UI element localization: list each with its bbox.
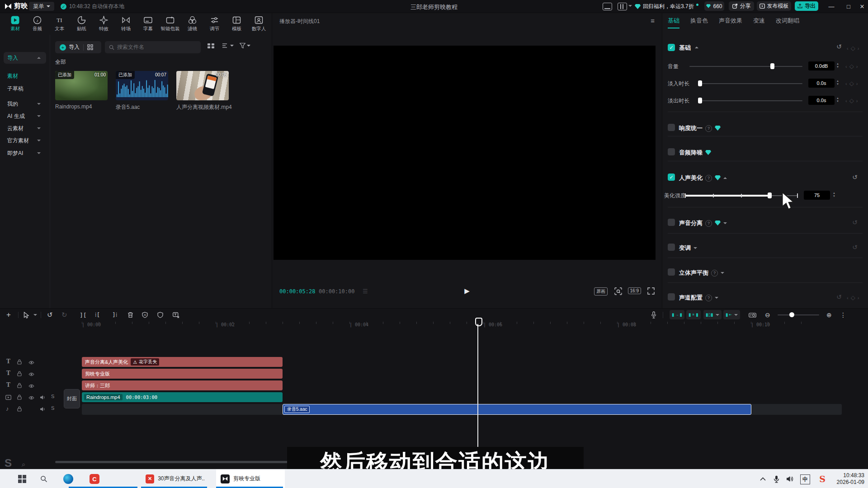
zoom-in-icon[interactable]: ⊕ (826, 310, 832, 319)
auto-snap-toggle[interactable]: ▮✳▮ (686, 310, 701, 319)
value-box[interactable]: 0.0s (808, 79, 835, 88)
promo-banner[interactable]: 回归福利，幸运3.7折 (635, 3, 698, 10)
timeline-zoom-slider[interactable] (778, 314, 819, 315)
credits-pill[interactable]: 660 (704, 1, 724, 11)
reset-icon[interactable]: ↺ (852, 219, 858, 226)
voice-beautify-row[interactable]: 人声美化? (679, 174, 727, 182)
smart-shield-ai-icon[interactable]: AI (142, 310, 148, 319)
loudness-row[interactable]: 响度统一? (679, 124, 721, 132)
audio-clip-5[interactable]: 录音5.aac (283, 404, 751, 415)
taskbar-window-2[interactable]: 剪映专业版 (216, 469, 285, 488)
inspector-tab-5[interactable]: 改词翻唱 (776, 17, 799, 28)
tab-adjust[interactable]: 调节 (203, 16, 226, 35)
inspector-tab-4[interactable]: 变速 (753, 17, 765, 28)
quality-badge[interactable]: 原画 (594, 287, 608, 296)
playhead-handle[interactable] (475, 318, 482, 326)
slider-handle[interactable] (698, 98, 702, 103)
tab-captions[interactable]: 字幕 (137, 16, 159, 35)
sidebar-item-subdraft[interactable]: 子草稿 (4, 83, 46, 94)
undo-icon[interactable]: ↺ (47, 310, 53, 319)
inspector-tab-1[interactable]: 基础 (668, 17, 679, 28)
sidebar-item-mine[interactable]: 我的 (4, 98, 46, 110)
delete-right-icon[interactable]: ]⁞ (112, 310, 117, 319)
link-toggle[interactable]: ▮▯▮ (703, 310, 722, 319)
slider-track[interactable] (700, 83, 802, 84)
delete-icon[interactable] (127, 310, 133, 319)
voice-separate-row[interactable]: 声音分离? (679, 219, 727, 227)
video-clip-4[interactable]: Raindrops.mp400:00:03:00 (82, 392, 283, 402)
tray-speaker-icon[interactable] (786, 469, 794, 488)
lock-icon[interactable] (17, 405, 22, 413)
sidebar-item-jimeng[interactable]: 即梦AI (4, 147, 46, 159)
cursor-caret-icon[interactable] (33, 310, 37, 319)
beautify-value-box[interactable]: 75 (804, 191, 830, 200)
taskbar-window-1[interactable]: ✕30声音分离及人声... (141, 469, 209, 488)
value-box[interactable]: 0.0s (808, 96, 835, 105)
tab-effects[interactable]: 特效 (93, 16, 115, 35)
share-button[interactable]: 分享 (729, 1, 754, 11)
slider-handle[interactable] (770, 63, 774, 69)
lock-icon[interactable] (17, 382, 22, 390)
taskbar-clock[interactable]: 10:48:33 2026-01-09 (837, 472, 864, 486)
value-box[interactable]: 0.0dB (808, 61, 835, 70)
all-filter-label[interactable]: 全部 (55, 58, 66, 66)
cover-button[interactable]: 封面 (64, 389, 80, 408)
reset-icon[interactable]: ↺ (836, 43, 842, 50)
inspector-tab-3[interactable]: 声音效果 (719, 17, 742, 28)
stepper-control[interactable]: ▲▼ (836, 97, 839, 103)
sort-icon[interactable] (222, 43, 234, 48)
timeline-ruler[interactable] (82, 322, 805, 324)
fullscreen-icon[interactable] (647, 287, 655, 295)
reset-icon[interactable]: ↺ (852, 244, 858, 251)
add-icon[interactable]: + (6, 310, 11, 319)
sogou-input-icon[interactable]: S (819, 469, 826, 488)
collapse-caret-icon[interactable] (695, 47, 698, 48)
chevron-down-icon[interactable] (693, 247, 697, 249)
panel-layout-icon[interactable] (618, 3, 627, 10)
sidebar-item-ai-generate[interactable]: AI 生成 (4, 110, 46, 122)
voice-separate-checkbox[interactable] (668, 219, 675, 226)
keyframe-controls[interactable]: ‹◇› (845, 97, 858, 104)
tab-avatar[interactable]: 数字人 (248, 16, 270, 35)
tray-chevron-icon[interactable] (760, 469, 766, 488)
tab-audio[interactable]: ♪音频 (26, 16, 48, 35)
filter-icon[interactable] (240, 43, 250, 48)
search-input[interactable]: 搜索文件名 (105, 41, 201, 53)
pitch-row[interactable]: 变调 (679, 244, 697, 252)
preview-split-toggle[interactable]: ▮⇤ (723, 310, 740, 319)
grid-view-icon[interactable] (208, 43, 214, 49)
beautify-stepper[interactable]: ▲▼ (833, 192, 835, 197)
snap-toggle[interactable]: ▮→▮ (670, 310, 684, 319)
media-card-3[interactable]: 00:05 (176, 71, 229, 100)
tab-smartpack[interactable]: 智能包装 (159, 16, 181, 35)
stereo-balance-checkbox[interactable] (668, 268, 675, 276)
slider-track[interactable] (689, 66, 802, 67)
pitch-checkbox[interactable] (668, 244, 675, 251)
channel-config-row[interactable]: 声道配置? (679, 294, 718, 302)
text-clip-2[interactable]: 剪映专业版 (82, 369, 283, 379)
media-card-2[interactable]: 已添加00:07 (116, 71, 168, 100)
keyframe-controls[interactable]: ‹◇› (847, 45, 859, 52)
import-grid-icon[interactable] (87, 44, 93, 50)
reset-icon[interactable]: ↺ (852, 174, 858, 181)
keyframe-controls[interactable]: ‹◇› (845, 80, 858, 87)
beautify-slider-track[interactable] (685, 195, 797, 196)
eye-icon[interactable] (28, 394, 34, 402)
stereo-balance-row[interactable]: 立体声平衡? (679, 269, 724, 277)
export-button[interactable]: 导出 (795, 1, 818, 11)
video-preview[interactable] (274, 46, 656, 260)
solo-badge[interactable]: S (51, 405, 54, 411)
taskbar-search-icon[interactable] (38, 473, 50, 485)
tray-mic-icon[interactable] (774, 469, 779, 488)
tab-media[interactable]: 素材 (4, 16, 26, 35)
text-clip-3[interactable]: 讲师：三郎 (82, 380, 283, 390)
publish-template-button[interactable]: 发布模板 (757, 1, 791, 11)
keyframe-controls[interactable]: ‹◇› (847, 294, 859, 301)
zoom-slider-handle[interactable] (789, 312, 794, 317)
beautify-slider-handle[interactable] (768, 192, 772, 198)
denoise-row[interactable]: 音频降噪 (679, 149, 711, 157)
ime-indicator[interactable]: 中 (800, 474, 810, 484)
zoom-out-icon[interactable]: ⊖ (765, 310, 770, 319)
tab-filter[interactable]: 滤镜 (181, 16, 203, 35)
batch-text-delete-icon[interactable] (173, 310, 179, 319)
